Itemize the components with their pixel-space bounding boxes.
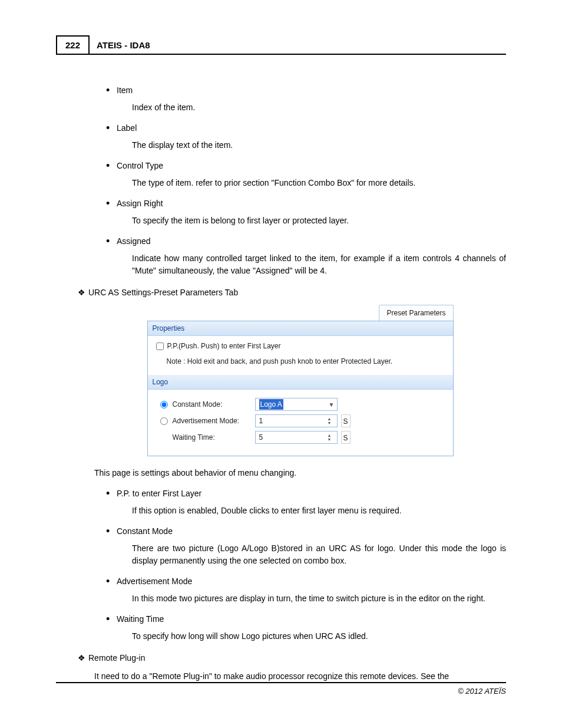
chevron-up-icon: ▲ [328, 433, 335, 437]
advertisement-mode-label: Advertisement Mode: [173, 416, 255, 426]
section-preset-parameters: URC AS Settings-Preset Parameters Tab [78, 286, 506, 299]
term-item: Item [117, 84, 506, 97]
term-control-type: Control Type [117, 160, 506, 172]
advertisement-mode-spinner[interactable]: 1 ▲▼ [255, 414, 338, 427]
tab-preset-parameters[interactable]: Preset Parameters [379, 305, 453, 321]
waiting-time-unit: S [341, 431, 351, 444]
pp-first-layer-checkbox[interactable]: P.P.(Push. Push) to enter First Layer [156, 341, 445, 351]
waiting-time-value: 5 [259, 432, 328, 443]
pp-checkbox-input[interactable] [156, 342, 164, 350]
term-pp-first-layer: P.P. to enter First Layer [117, 487, 506, 500]
constant-mode-label: Constant Mode: [173, 399, 255, 410]
chevron-down-icon: ▼ [328, 421, 335, 425]
advertisement-mode-radio[interactable] [160, 417, 168, 425]
chevron-up-icon: ▲ [328, 417, 335, 421]
term-label: Label [117, 122, 506, 134]
def-pp-first-layer: If this option is enabled, Double clicks… [132, 505, 506, 517]
term-waiting-time: Waiting Time [117, 613, 506, 625]
term-assign-right: Assign Right [117, 197, 506, 210]
definitions-top: Item Index of the item. Label The displa… [94, 84, 506, 277]
def-assign-right: To specify the item is belong to first l… [132, 215, 506, 227]
def-assigned: Indicate how many controlled target link… [132, 252, 506, 277]
term-constant-mode: Constant Mode [117, 525, 506, 538]
term-assigned: Assigned [117, 235, 506, 248]
advertisement-mode-value: 1 [259, 416, 328, 426]
def-control-type: The type of item. refer to prior section… [132, 177, 506, 189]
properties-header: Properties [148, 321, 453, 336]
page-number: 222 [56, 35, 90, 54]
def-label: The display text of the item. [132, 139, 506, 151]
def-waiting-time: To specify how long will show Logo pictu… [132, 630, 506, 643]
preset-parameters-panel: Preset Parameters Properties P.P.(Push. … [147, 305, 454, 456]
header-title: ATEIS - IDA8 [90, 35, 157, 54]
waiting-time-label: Waiting Time: [173, 432, 255, 443]
def-item: Index of the item. [132, 101, 506, 114]
constant-mode-radio[interactable] [160, 401, 168, 409]
section-remote-plugin: Remote Plug-in [78, 652, 506, 664]
chevron-down-icon: ▼ [329, 400, 335, 409]
page-footer: © 2012 ATEÏS [56, 682, 506, 696]
def-advertisement-mode: In this mode two pictures are display in… [132, 592, 506, 605]
page-header: 222 ATEIS - IDA8 [56, 35, 506, 55]
constant-mode-combo[interactable]: Logo A ▼ [255, 398, 338, 411]
pp-checkbox-label: P.P.(Push. Push) to enter First Layer [167, 341, 281, 351]
logo-header: Logo [148, 375, 453, 390]
constant-mode-value: Logo A [259, 399, 283, 410]
page-content: Item Index of the item. Label The displa… [56, 84, 506, 683]
definitions-bottom: P.P. to enter First Layer If this option… [94, 487, 506, 643]
remote-plugin-body: It need to do a "Remote Plug-in" to make… [94, 670, 506, 683]
term-advertisement-mode: Advertisement Mode [117, 575, 506, 588]
advertisement-unit: S [341, 414, 351, 427]
waiting-time-spinner[interactable]: 5 ▲▼ [255, 431, 338, 444]
chevron-down-icon: ▼ [328, 437, 335, 442]
intro-paragraph: This page is settings about behavior of … [94, 467, 506, 479]
protected-layer-note: Note : Hold exit and back, and push push… [167, 356, 445, 367]
def-constant-mode: There are two picture (Logo A/Logo B)sto… [132, 542, 506, 567]
